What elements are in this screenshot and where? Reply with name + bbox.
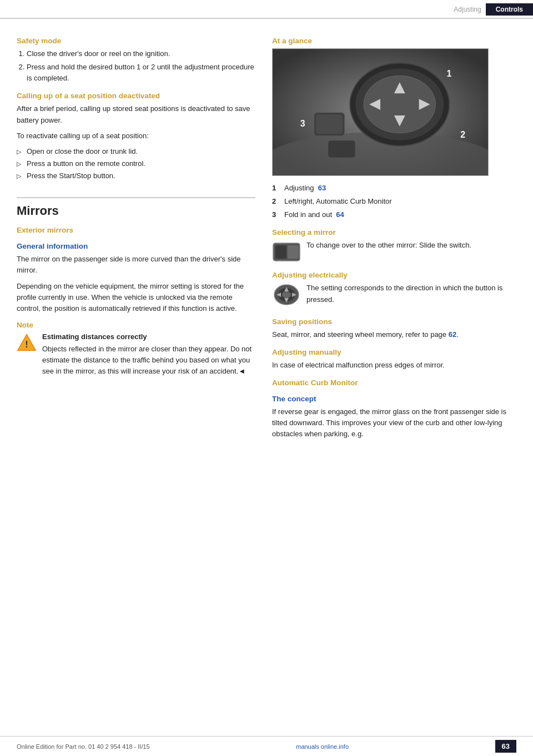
left-column: Safety mode Close the driver's door or r…: [17, 29, 255, 444]
saving-positions-text: Seat, mirror, and steering wheel memory,…: [272, 329, 516, 340]
glance-item-2: 2 Left/right, Automatic Curb Monitor: [272, 196, 516, 207]
note-section: Note ! Estimating distances correctly Ob…: [17, 321, 255, 377]
exterior-mirrors-section: Exterior mirrors General information The…: [17, 226, 255, 314]
warning-icon: !: [17, 332, 37, 352]
general-para1: The mirror on the passenger side is more…: [17, 254, 255, 276]
page-number: 63: [495, 740, 516, 753]
svg-point-22: [282, 291, 291, 298]
safety-step-1: Close the driver's door or reel on the i…: [27, 48, 255, 59]
footer-logo: manuals online.info: [296, 743, 349, 750]
adjusting-electrically-row: The setting corresponds to the direction…: [272, 283, 516, 309]
saving-positions-section: Saving positions Seat, mirror, and steer…: [272, 317, 516, 340]
footer-online-edition: Online Edition for Part no. 01 40 2 954 …: [17, 743, 150, 750]
glance-link-1[interactable]: 63: [318, 184, 326, 192]
car-mirror-svg: 1 2 3: [273, 49, 488, 176]
the-concept-text: If reverse gear is engaged, the mirror g…: [272, 406, 516, 440]
svg-text:2: 2: [460, 130, 465, 139]
bullet-3: Press the Start/Stop button.: [17, 170, 255, 182]
adjusting-electrically-heading: Adjusting electrically: [272, 271, 516, 279]
glance-text-1: Adjusting 63: [284, 183, 326, 194]
calling-up-bullets: Open or close the door or trunk lid. Pre…: [17, 146, 255, 182]
the-concept-heading: The concept: [272, 395, 516, 403]
safety-mode-heading: Safety mode: [17, 37, 255, 45]
saving-positions-link[interactable]: 62: [449, 330, 456, 339]
automatic-curb-heading: Automatic Curb Monitor: [272, 379, 516, 387]
glance-item-3: 3 Fold in and out 64: [272, 209, 516, 220]
calling-up-heading: Calling up of a seat position deactivate…: [17, 92, 255, 100]
selecting-mirror-text: To change over to the other mirror: Slid…: [306, 240, 471, 251]
note-title: Estimating distances correctly: [42, 331, 255, 342]
page-header: Adjusting Controls: [0, 0, 533, 19]
joystick-icon: [272, 284, 301, 306]
adjusting-electrically-section: Adjusting electrically The setting corre…: [272, 271, 516, 309]
general-para2: Depending on the vehicle equipment, the …: [17, 281, 255, 314]
svg-rect-14: [316, 114, 343, 134]
svg-text:!: !: [25, 339, 28, 349]
svg-text:1: 1: [446, 69, 451, 78]
mirror-controls-image: 1 2 3: [272, 48, 489, 176]
glance-item-1: 1 Adjusting 63: [272, 183, 516, 194]
calling-up-section: Calling up of a seat position deactivate…: [17, 92, 255, 182]
exterior-mirrors-heading: Exterior mirrors: [17, 226, 255, 234]
at-a-glance-section: At a glance: [272, 37, 516, 220]
safety-mode-steps: Close the driver's door or reel on the i…: [27, 48, 255, 84]
glance-num-3: 3: [272, 209, 284, 220]
glance-items: 1 Adjusting 63 2 Left/right, Automatic C…: [272, 183, 516, 220]
glance-num-2: 2: [272, 196, 284, 207]
safety-mode-section: Safety mode Close the driver's door or r…: [17, 37, 255, 84]
selecting-mirror-heading: Selecting a mirror: [272, 228, 516, 236]
glance-text-2: Left/right, Automatic Curb Monitor: [284, 196, 392, 207]
header-controls-label: Controls: [486, 3, 533, 16]
general-info-section: General information The mirror on the pa…: [17, 242, 255, 314]
calling-up-para1: After a brief period, calling up stored …: [17, 103, 255, 125]
selecting-mirror-row: To change over to the other mirror: Slid…: [272, 240, 516, 263]
right-column: At a glance: [272, 29, 516, 444]
note-content: ! Estimating distances correctly Objects…: [17, 331, 255, 377]
bullet-1: Open or close the door or trunk lid.: [17, 146, 255, 157]
adjusting-manually-heading: Adjusting manually: [272, 348, 516, 356]
mirrors-heading: Mirrors: [17, 197, 255, 218]
page-footer: Online Edition for Part no. 01 40 2 954 …: [0, 736, 533, 756]
main-content: Safety mode Close the driver's door or r…: [0, 19, 533, 444]
glance-text-3: Fold in and out 64: [284, 209, 344, 220]
note-text-block: Estimating distances correctly Objects r…: [42, 331, 255, 377]
selecting-mirror-section: Selecting a mirror To change over to the…: [272, 228, 516, 263]
safety-step-2: Press and hold the desired button 1 or 2…: [27, 62, 255, 84]
svg-text:3: 3: [300, 119, 305, 128]
general-info-heading: General information: [17, 242, 255, 250]
glance-num-1: 1: [272, 183, 284, 194]
adjusting-manually-section: Adjusting manually In case of electrical…: [272, 348, 516, 371]
adjusting-manually-text: In case of electrical malfunction press …: [272, 360, 516, 371]
saving-positions-heading: Saving positions: [272, 317, 516, 326]
calling-up-para2: To reactivate calling up of a seat posit…: [17, 130, 255, 142]
svg-rect-18: [275, 245, 286, 259]
adjusting-electrically-text: The setting corresponds to the direction…: [306, 283, 516, 305]
at-a-glance-heading: At a glance: [272, 37, 516, 45]
svg-rect-19: [288, 245, 299, 259]
header-adjusting-label: Adjusting: [454, 6, 485, 13]
note-body: Objects reflected in the mirror are clos…: [42, 345, 252, 375]
adjust-electrically-icon-box: [272, 284, 301, 306]
svg-rect-16: [328, 140, 355, 158]
bullet-2: Press a button on the remote control.: [17, 158, 255, 169]
select-mirror-icon-box: [272, 241, 301, 263]
note-heading: Note: [17, 321, 255, 329]
slide-switch-icon: [272, 241, 301, 263]
glance-link-3[interactable]: 64: [336, 210, 344, 219]
automatic-curb-section: Automatic Curb Monitor The concept If re…: [272, 379, 516, 440]
